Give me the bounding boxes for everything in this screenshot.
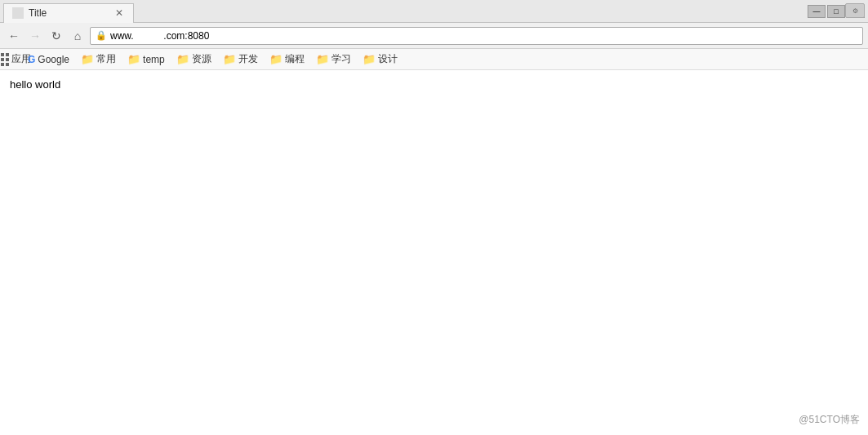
bookmark-label-2: temp [143, 54, 165, 65]
bookmark-label-7: 设计 [378, 52, 398, 66]
folder-icon-6: 📁 [316, 53, 329, 65]
bookmark-folder-temp[interactable]: 📁 temp [122, 51, 170, 67]
bookmark-label-6: 学习 [332, 52, 351, 66]
back-button[interactable]: ← [5, 27, 23, 45]
tab-favicon [12, 7, 24, 19]
page-content: hello world [0, 70, 868, 397]
bookmarks-bar: 应用 G Google 📁 常用 📁 temp 📁 资源 📁 开发 📁 编程 📁… [0, 49, 868, 70]
bookmark-label-5: 编程 [285, 52, 305, 66]
hello-world-text: hello world [10, 78, 858, 91]
bookmark-folder-design[interactable]: 📁 设计 [358, 51, 403, 68]
lock-icon: 🔒 [96, 30, 107, 41]
bookmark-apps[interactable]: 应用 [5, 51, 21, 68]
bookmark-folder-changyong[interactable]: 📁 常用 [76, 51, 121, 68]
extension-icon[interactable]: ⚙ [845, 3, 865, 18]
folder-icon-3: 📁 [176, 53, 189, 65]
navigation-bar: ← → ↻ ⌂ 🔒 [0, 23, 868, 49]
bookmark-folder-resources[interactable]: 📁 资源 [171, 51, 216, 68]
title-bar: Title ✕ — □ ✕ ⚙ [0, 0, 868, 23]
bookmark-folder-learning[interactable]: 📁 学习 [311, 51, 356, 68]
folder-icon-2: 📁 [127, 53, 140, 65]
bookmark-label-1: 常用 [96, 52, 116, 66]
bookmark-folder-coding[interactable]: 📁 编程 [265, 51, 309, 68]
bookmark-google[interactable]: G Google [23, 52, 74, 67]
google-label: Google [38, 54, 69, 65]
refresh-button[interactable]: ↻ [47, 27, 65, 45]
google-icon: G [28, 54, 35, 65]
folder-icon-7: 📁 [363, 53, 376, 65]
browser-tab[interactable]: Title ✕ [3, 3, 134, 23]
home-button[interactable]: ⌂ [69, 27, 87, 45]
bookmark-label-3: 资源 [192, 52, 211, 66]
bookmark-label-4: 开发 [238, 52, 258, 66]
tab-title: Title [29, 7, 114, 19]
bookmark-folder-dev[interactable]: 📁 开发 [218, 51, 263, 68]
folder-icon-5: 📁 [269, 53, 283, 65]
maximize-button[interactable]: □ [827, 5, 845, 18]
folder-icon-1: 📁 [81, 53, 94, 65]
tab-close-button[interactable]: ✕ [114, 7, 125, 19]
forward-button[interactable]: → [26, 27, 44, 45]
folder-icon-4: 📁 [223, 53, 236, 65]
minimize-button[interactable]: — [808, 5, 826, 18]
address-input[interactable] [110, 30, 857, 42]
address-bar[interactable]: 🔒 [90, 27, 863, 45]
apps-grid-icon [0, 53, 9, 66]
